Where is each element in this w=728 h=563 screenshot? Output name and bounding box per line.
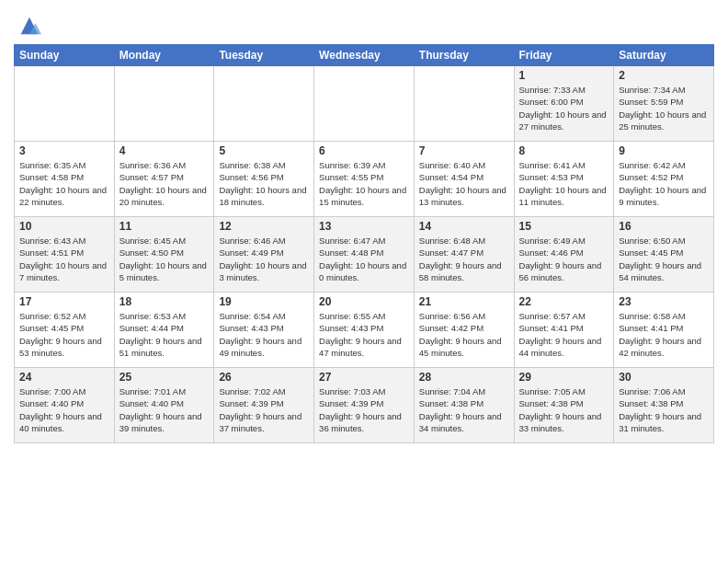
logo-icon (17, 13, 42, 39)
day-info: Sunrise: 6:55 AM Sunset: 4:43 PM Dayligh… (319, 310, 409, 359)
day-info: Sunrise: 7:06 AM Sunset: 4:38 PM Dayligh… (619, 385, 709, 434)
day-info: Sunrise: 6:56 AM Sunset: 4:42 PM Dayligh… (419, 310, 509, 359)
day-number: 4 (119, 144, 210, 157)
day-info: Sunrise: 6:50 AM Sunset: 4:45 PM Dayligh… (619, 235, 709, 283)
day-number: 21 (419, 295, 509, 308)
calendar-cell: 27Sunrise: 7:03 AM Sunset: 4:39 PM Dayli… (314, 368, 415, 443)
day-info: Sunrise: 6:54 AM Sunset: 4:43 PM Dayligh… (219, 310, 309, 359)
calendar-cell: 21Sunrise: 6:56 AM Sunset: 4:42 PM Dayli… (414, 293, 514, 368)
calendar-cell: 14Sunrise: 6:48 AM Sunset: 4:47 PM Dayli… (414, 217, 514, 293)
day-info: Sunrise: 6:39 AM Sunset: 4:55 PM Dayligh… (319, 159, 409, 208)
calendar-cell: 7Sunrise: 6:40 AM Sunset: 4:54 PM Daylig… (414, 142, 514, 217)
calendar-cell: 6Sunrise: 6:39 AM Sunset: 4:55 PM Daylig… (314, 142, 415, 217)
day-number: 23 (619, 295, 709, 308)
day-number: 9 (619, 144, 709, 157)
day-info: Sunrise: 6:58 AM Sunset: 4:41 PM Dayligh… (619, 310, 709, 359)
calendar-week-3: 10Sunrise: 6:43 AM Sunset: 4:51 PM Dayli… (15, 217, 714, 293)
calendar-cell: 2Sunrise: 7:34 AM Sunset: 5:59 PM Daylig… (614, 66, 714, 142)
calendar-header-row: SundayMondayTuesdayWednesdayThursdayFrid… (15, 45, 714, 66)
day-info: Sunrise: 6:41 AM Sunset: 4:53 PM Dayligh… (519, 159, 609, 208)
calendar-cell: 1Sunrise: 7:33 AM Sunset: 6:00 PM Daylig… (514, 66, 614, 142)
calendar-week-5: 24Sunrise: 7:00 AM Sunset: 4:40 PM Dayli… (15, 368, 714, 443)
calendar-cell (15, 66, 115, 142)
day-info: Sunrise: 6:42 AM Sunset: 4:52 PM Dayligh… (619, 159, 709, 208)
calendar: SundayMondayTuesdayWednesdayThursdayFrid… (14, 44, 714, 443)
day-number: 6 (319, 144, 409, 157)
calendar-cell: 16Sunrise: 6:50 AM Sunset: 4:45 PM Dayli… (614, 217, 714, 293)
calendar-cell: 30Sunrise: 7:06 AM Sunset: 4:38 PM Dayli… (614, 368, 714, 443)
day-number: 12 (219, 220, 309, 233)
day-number: 29 (519, 371, 609, 384)
calendar-cell: 5Sunrise: 6:38 AM Sunset: 4:56 PM Daylig… (214, 142, 314, 217)
day-number: 17 (19, 295, 109, 308)
calendar-cell: 22Sunrise: 6:57 AM Sunset: 4:41 PM Dayli… (514, 293, 614, 368)
calendar-cell: 12Sunrise: 6:46 AM Sunset: 4:49 PM Dayli… (214, 217, 314, 293)
day-info: Sunrise: 6:47 AM Sunset: 4:48 PM Dayligh… (319, 235, 409, 283)
day-number: 7 (419, 144, 509, 157)
day-number: 28 (419, 371, 509, 384)
day-info: Sunrise: 7:00 AM Sunset: 4:40 PM Dayligh… (19, 385, 109, 434)
day-info: Sunrise: 6:35 AM Sunset: 4:58 PM Dayligh… (19, 159, 109, 208)
day-number: 26 (219, 371, 309, 384)
calendar-week-1: 1Sunrise: 7:33 AM Sunset: 6:00 PM Daylig… (15, 66, 714, 142)
day-number: 5 (219, 144, 309, 157)
calendar-week-2: 3Sunrise: 6:35 AM Sunset: 4:58 PM Daylig… (15, 142, 714, 217)
calendar-week-4: 17Sunrise: 6:52 AM Sunset: 4:45 PM Dayli… (15, 293, 714, 368)
day-info: Sunrise: 6:38 AM Sunset: 4:56 PM Dayligh… (219, 159, 309, 208)
calendar-cell: 10Sunrise: 6:43 AM Sunset: 4:51 PM Dayli… (15, 217, 115, 293)
calendar-cell (114, 66, 214, 142)
calendar-cell: 9Sunrise: 6:42 AM Sunset: 4:52 PM Daylig… (614, 142, 714, 217)
calendar-cell: 18Sunrise: 6:53 AM Sunset: 4:44 PM Dayli… (114, 293, 214, 368)
day-number: 20 (319, 295, 409, 308)
day-info: Sunrise: 7:03 AM Sunset: 4:39 PM Dayligh… (319, 385, 409, 434)
day-number: 2 (619, 69, 709, 82)
calendar-cell: 25Sunrise: 7:01 AM Sunset: 4:40 PM Dayli… (114, 368, 214, 443)
day-number: 10 (19, 220, 109, 233)
day-info: Sunrise: 7:04 AM Sunset: 4:38 PM Dayligh… (419, 385, 509, 434)
calendar-cell: 23Sunrise: 6:58 AM Sunset: 4:41 PM Dayli… (614, 293, 714, 368)
day-number: 16 (619, 220, 709, 233)
day-info: Sunrise: 6:46 AM Sunset: 4:49 PM Dayligh… (219, 235, 309, 283)
calendar-cell (414, 66, 514, 142)
day-number: 18 (119, 295, 210, 308)
calendar-cell: 4Sunrise: 6:36 AM Sunset: 4:57 PM Daylig… (114, 142, 214, 217)
day-number: 15 (519, 220, 609, 233)
day-number: 27 (319, 371, 409, 384)
calendar-cell: 13Sunrise: 6:47 AM Sunset: 4:48 PM Dayli… (314, 217, 415, 293)
logo (14, 13, 42, 39)
calendar-cell: 26Sunrise: 7:02 AM Sunset: 4:39 PM Dayli… (214, 368, 314, 443)
day-number: 22 (519, 295, 609, 308)
day-info: Sunrise: 6:53 AM Sunset: 4:44 PM Dayligh… (119, 310, 210, 359)
day-info: Sunrise: 6:36 AM Sunset: 4:57 PM Dayligh… (119, 159, 210, 208)
calendar-header-saturday: Saturday (614, 45, 714, 66)
calendar-header-wednesday: Wednesday (314, 45, 415, 66)
day-number: 8 (519, 144, 609, 157)
day-info: Sunrise: 6:45 AM Sunset: 4:50 PM Dayligh… (119, 235, 210, 283)
calendar-cell: 24Sunrise: 7:00 AM Sunset: 4:40 PM Dayli… (15, 368, 115, 443)
day-info: Sunrise: 7:33 AM Sunset: 6:00 PM Dayligh… (519, 84, 609, 132)
calendar-cell: 11Sunrise: 6:45 AM Sunset: 4:50 PM Dayli… (114, 217, 214, 293)
header (14, 9, 714, 39)
day-number: 1 (519, 69, 609, 82)
calendar-cell: 19Sunrise: 6:54 AM Sunset: 4:43 PM Dayli… (214, 293, 314, 368)
day-info: Sunrise: 7:01 AM Sunset: 4:40 PM Dayligh… (119, 385, 210, 434)
calendar-cell: 29Sunrise: 7:05 AM Sunset: 4:38 PM Dayli… (514, 368, 614, 443)
day-info: Sunrise: 6:40 AM Sunset: 4:54 PM Dayligh… (419, 159, 509, 208)
page: SundayMondayTuesdayWednesdayThursdayFrid… (0, 0, 728, 563)
day-number: 11 (119, 220, 210, 233)
calendar-header-monday: Monday (114, 45, 214, 66)
calendar-cell: 17Sunrise: 6:52 AM Sunset: 4:45 PM Dayli… (15, 293, 115, 368)
day-info: Sunrise: 7:34 AM Sunset: 5:59 PM Dayligh… (619, 84, 709, 132)
day-info: Sunrise: 7:05 AM Sunset: 4:38 PM Dayligh… (519, 385, 609, 434)
day-number: 25 (119, 371, 210, 384)
calendar-header-friday: Friday (514, 45, 614, 66)
calendar-cell: 28Sunrise: 7:04 AM Sunset: 4:38 PM Dayli… (414, 368, 514, 443)
calendar-cell: 15Sunrise: 6:49 AM Sunset: 4:46 PM Dayli… (514, 217, 614, 293)
day-info: Sunrise: 7:02 AM Sunset: 4:39 PM Dayligh… (219, 385, 309, 434)
calendar-header-thursday: Thursday (414, 45, 514, 66)
day-number: 14 (419, 220, 509, 233)
day-number: 19 (219, 295, 309, 308)
calendar-cell (214, 66, 314, 142)
day-number: 30 (619, 371, 709, 384)
day-info: Sunrise: 6:43 AM Sunset: 4:51 PM Dayligh… (19, 235, 109, 283)
